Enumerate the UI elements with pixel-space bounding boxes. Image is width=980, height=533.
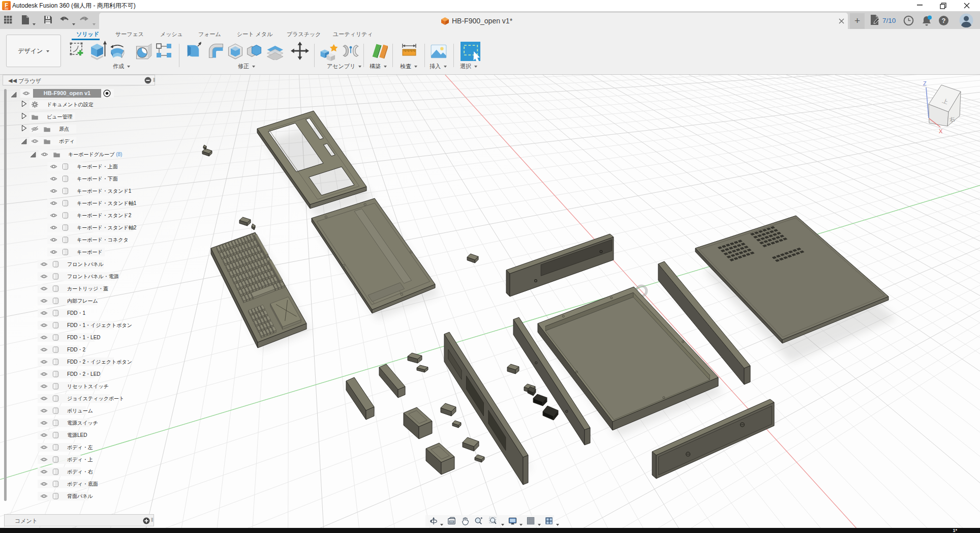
svg-text:X: X bbox=[939, 128, 943, 134]
svg-text:Z: Z bbox=[923, 80, 927, 86]
svg-text:360: 360 bbox=[5, 8, 9, 10]
svg-text:?: ? bbox=[942, 17, 946, 24]
